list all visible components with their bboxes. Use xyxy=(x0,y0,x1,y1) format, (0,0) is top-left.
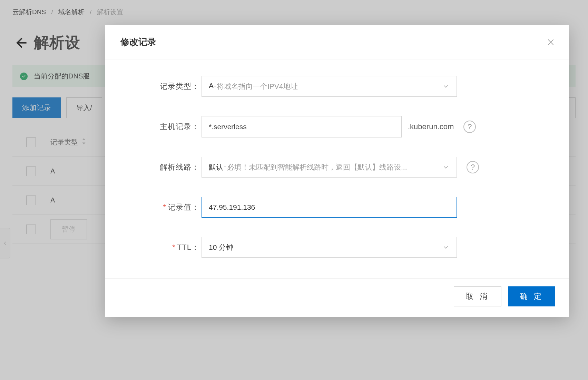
ttl-select[interactable]: 10 分钟 xyxy=(202,237,457,258)
host-suffix: .kuberun.com xyxy=(408,122,454,131)
line-select[interactable]: 默认 - 必填！未匹配到智能解析线路时，返回【默认】线路设... xyxy=(202,157,457,178)
label-record-type: 记录类型： xyxy=(124,81,202,92)
chevron-down-icon xyxy=(442,83,450,90)
modal-header: 修改记录 xyxy=(105,25,569,59)
line-value: 默认 xyxy=(209,162,223,172)
help-icon[interactable]: ? xyxy=(463,121,476,133)
modal-title: 修改记录 xyxy=(120,36,156,48)
host-input[interactable] xyxy=(202,116,402,137)
line-placeholder: 必填！未匹配到智能解析线路时，返回【默认】线路设... xyxy=(227,162,407,172)
record-type-placeholder: 将域名指向一个IPV4地址 xyxy=(217,82,298,91)
cancel-button[interactable]: 取 消 xyxy=(454,286,501,306)
modal-footer: 取 消 确 定 xyxy=(105,278,569,317)
label-ttl: *TTL： xyxy=(124,242,202,253)
chevron-down-icon xyxy=(442,244,450,251)
label-host: 主机记录： xyxy=(124,122,202,132)
close-icon[interactable] xyxy=(546,38,555,47)
help-icon[interactable]: ? xyxy=(467,161,479,173)
ok-button[interactable]: 确 定 xyxy=(508,286,555,306)
label-line: 解析线路： xyxy=(124,162,202,172)
line-sep: - xyxy=(224,162,226,172)
chevron-down-icon xyxy=(442,163,450,171)
record-type-value: A- xyxy=(209,82,216,91)
record-type-select[interactable]: A- 将域名指向一个IPV4地址 xyxy=(202,76,457,97)
modal-form: 记录类型： A- 将域名指向一个IPV4地址 主机记录： xyxy=(105,59,569,278)
edit-record-modal: 修改记录 记录类型： A- 将域名指向一个IPV4地址 xyxy=(105,25,569,317)
label-record-value: *记录值： xyxy=(124,202,202,212)
ttl-value: 10 分钟 xyxy=(209,243,233,252)
record-value-input[interactable] xyxy=(209,197,450,217)
record-value-input-wrap xyxy=(202,197,457,218)
